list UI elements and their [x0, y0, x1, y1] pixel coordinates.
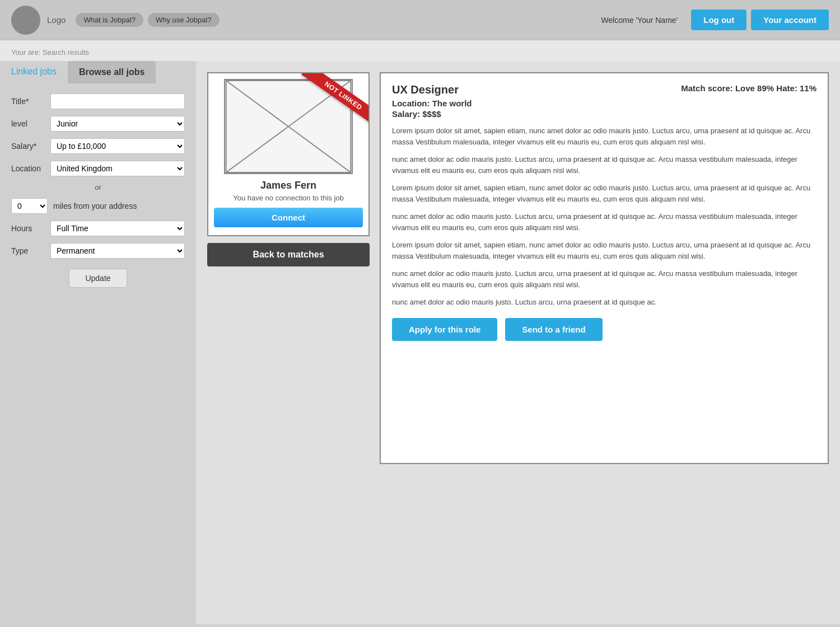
hours-select[interactable]: Full Time Part Time Contract: [50, 221, 185, 236]
breadcrumb-prefix: Your are:: [11, 48, 40, 57]
level-row: level Junior Mid Senior Lead: [11, 116, 185, 132]
miles-row: 0 5 10 25 50 miles from your address: [11, 198, 185, 214]
salary-select[interactable]: Up to £10,000 Up to £20,000 Up to £30,00…: [50, 138, 185, 154]
title-label: Title*: [11, 97, 50, 106]
job-desc-para-5: Lorem ipsum dolor sit amet, sapien etiam…: [392, 240, 816, 261]
account-button[interactable]: Your account: [751, 10, 829, 30]
job-desc-para-4: nunc amet dolor ac odio mauris justo. Lu…: [392, 211, 816, 233]
logo-text: Logo: [47, 15, 66, 25]
job-desc-para-1: Lorem ipsum dolor sit amet, sapien etiam…: [392, 125, 816, 147]
type-row: Type Permanent Temporary Contract: [11, 243, 185, 259]
breadcrumb: Your are: Search results: [0, 40, 840, 61]
location-label: Location: [11, 164, 50, 173]
job-detail-panel: UX Designer Match score: Love 89% Hate: …: [380, 72, 829, 464]
job-title: UX Designer: [392, 83, 459, 96]
hours-row: Hours Full Time Part Time Contract: [11, 221, 185, 236]
or-divider: or: [11, 183, 185, 191]
miles-select[interactable]: 0 5 10 25 50: [11, 198, 48, 214]
level-label: level: [11, 119, 50, 128]
salary-label: Salary*: [11, 142, 50, 151]
job-header-row: UX Designer Match score: Love 89% Hate: …: [392, 83, 816, 96]
salary-row: Salary* Up to £10,000 Up to £20,000 Up t…: [11, 138, 185, 154]
connect-button[interactable]: Connect: [214, 208, 363, 227]
job-desc-para-3: Lorem ipsum dolor sit amet, sapien etiam…: [392, 183, 816, 204]
header: Logo What is Jobpal? Why use Jobpal? Wel…: [0, 0, 840, 40]
profile-card: NOT LINKED James Fern You have no connec…: [207, 72, 370, 236]
nav-what-is-jobpal[interactable]: What is Jobpal?: [76, 13, 143, 27]
job-actions: Apply for this role Send to a friend: [392, 318, 816, 341]
tab-browse-all-jobs[interactable]: Browse all jobs: [68, 61, 156, 83]
nav-why-jobpal[interactable]: Why use Jobpal?: [148, 13, 220, 27]
back-to-matches-button[interactable]: Back to matches: [207, 243, 370, 266]
welcome-text: Welcome 'Your Name': [601, 16, 678, 25]
match-score: Match score: Love 89% Hate: 11%: [681, 83, 816, 93]
job-desc-para-6: nunc amet dolor ac odio mauris justo. Lu…: [392, 268, 816, 290]
profile-name: James Fern: [214, 180, 363, 191]
location-row: Location United Kingdom USA Canada Austr…: [11, 161, 185, 176]
tabs: Linked jobs Browse all jobs: [0, 61, 196, 83]
sidebar: Linked jobs Browse all jobs Title* level…: [0, 61, 196, 624]
title-row: Title*: [11, 93, 185, 109]
job-desc-para-7: nunc amet dolor ac odio mauris justo. Lu…: [392, 297, 816, 308]
tab-linked-jobs[interactable]: Linked jobs: [0, 61, 68, 83]
type-select[interactable]: Permanent Temporary Contract: [50, 243, 185, 259]
job-desc-para-2: nunc amet dolor ac odio mauris justo. Lu…: [392, 154, 816, 176]
update-button[interactable]: Update: [69, 269, 127, 288]
main-layout: Linked jobs Browse all jobs Title* level…: [0, 61, 840, 624]
content-area: NOT LINKED James Fern You have no connec…: [196, 61, 840, 624]
level-select[interactable]: Junior Mid Senior Lead: [50, 116, 185, 132]
location-select[interactable]: United Kingdom USA Canada Australia: [50, 161, 185, 176]
breadcrumb-current: Search results: [43, 48, 89, 57]
hours-label: Hours: [11, 224, 50, 233]
profile-connection-text: You have no connection to this job: [214, 194, 363, 202]
job-salary: Salary: $$$$: [392, 109, 816, 119]
title-input[interactable]: [50, 93, 185, 109]
middle-card: NOT LINKED James Fern You have no connec…: [207, 72, 370, 266]
filter-form: Title* level Junior Mid Senior Lead Sala…: [0, 93, 196, 288]
logo-avatar: [11, 6, 40, 35]
logout-button[interactable]: Log out: [691, 10, 746, 30]
miles-label: miles from your address: [53, 202, 137, 210]
send-to-friend-button[interactable]: Send to a friend: [505, 318, 602, 341]
apply-button[interactable]: Apply for this role: [392, 318, 497, 341]
job-location: Location: The world: [392, 99, 816, 108]
type-label: Type: [11, 246, 50, 255]
